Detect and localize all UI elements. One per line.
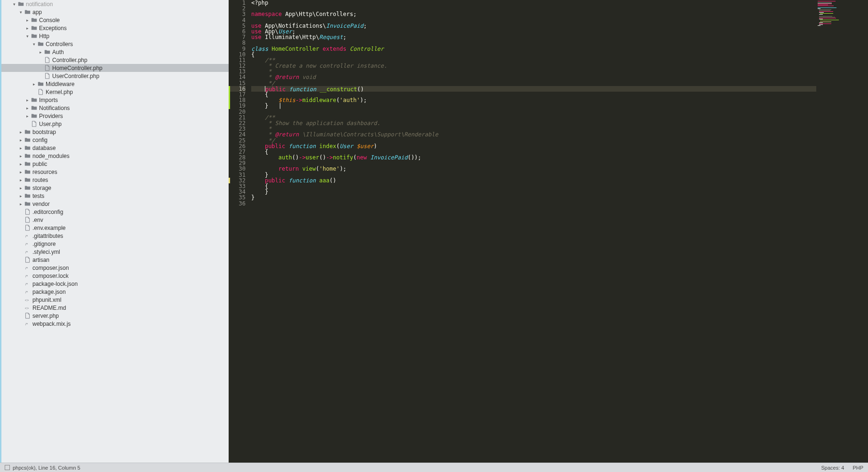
file-item-phpunit-xml[interactable]: <>phpunit.xml — [1, 296, 229, 304]
file-item--gitignore[interactable]: /*.gitignore — [1, 240, 229, 248]
folder-item-database[interactable]: ▸database — [1, 144, 229, 152]
file-item--env[interactable]: .env — [1, 216, 229, 224]
folder-item-exceptions[interactable]: ▸Exceptions — [1, 24, 229, 32]
line-number[interactable]: 20 — [229, 109, 246, 115]
file-item-server-php[interactable]: server.php — [1, 312, 229, 320]
chevron-down-icon[interactable]: ▾ — [25, 34, 30, 39]
file-item-readme-md[interactable]: <>README.md — [1, 304, 229, 312]
code-line[interactable]: <?php — [251, 0, 816, 6]
chevron-right-icon[interactable]: ▸ — [18, 178, 23, 182]
file-item-webpack-mix-js[interactable]: /*webpack.mix.js — [1, 320, 229, 328]
line-number[interactable]: 9 — [229, 46, 246, 52]
folder-item-middleware[interactable]: ▸Middleware — [1, 80, 229, 88]
file-item--gitattributes[interactable]: /*.gitattributes — [1, 232, 229, 240]
line-number[interactable]: 31 — [229, 172, 246, 178]
code-line[interactable]: } — [251, 195, 816, 200]
code-line[interactable]: * — [251, 69, 816, 74]
code-line[interactable]: { — [251, 52, 816, 57]
code-line[interactable]: */ — [251, 80, 816, 86]
chevron-right-icon[interactable]: ▸ — [32, 82, 36, 87]
chevron-down-icon[interactable]: ▾ — [12, 2, 16, 7]
code-line[interactable] — [251, 109, 816, 115]
chevron-right-icon[interactable]: ▸ — [25, 98, 30, 102]
code-line[interactable]: return view('home'); — [251, 166, 816, 172]
folder-item-tests[interactable]: ▸tests — [1, 192, 229, 200]
file-item-composer-lock[interactable]: /*composer.lock — [1, 272, 229, 280]
chevron-right-icon[interactable]: ▸ — [25, 18, 30, 23]
status-left[interactable]: phpcs(ok), Line 16, Column 5 — [5, 465, 80, 471]
file-tree-sidebar[interactable]: ▾notification▾app▸Console▸Exceptions▾Htt… — [0, 0, 229, 463]
chevron-right-icon[interactable]: ▸ — [25, 26, 30, 31]
line-number[interactable]: 15 — [229, 80, 246, 86]
folder-item-node-modules[interactable]: ▸node_modules — [1, 152, 229, 160]
code-line[interactable]: * Create a new controller instance. — [251, 63, 816, 69]
line-number[interactable]: 3 — [229, 11, 246, 17]
code-line[interactable]: use Illuminate\Http\Request; — [251, 34, 816, 40]
folder-item-http[interactable]: ▾Http — [1, 32, 229, 40]
line-number[interactable]: 14 — [229, 74, 246, 80]
chevron-right-icon[interactable]: ▸ — [25, 106, 30, 110]
chevron-right-icon[interactable]: ▸ — [18, 138, 23, 142]
code-line[interactable]: { — [251, 183, 816, 189]
folder-item-vendor[interactable]: ▸vendor — [1, 200, 229, 208]
folder-item-auth[interactable]: ▸Auth — [1, 48, 229, 56]
chevron-down-icon[interactable]: ▾ — [18, 10, 23, 15]
folder-item-config[interactable]: ▸config — [1, 136, 229, 144]
folder-item-providers[interactable]: ▸Providers — [1, 112, 229, 120]
code-line[interactable]: $this->middleware('auth'); — [251, 97, 816, 103]
file-item-user-php[interactable]: User.php — [1, 120, 229, 128]
line-number[interactable]: 30 — [229, 166, 246, 172]
file-item-package-lock-json[interactable]: /*package-lock.json — [1, 280, 229, 288]
folder-item-notification[interactable]: ▾notification — [1, 0, 229, 8]
checkbox-icon[interactable] — [5, 465, 10, 470]
folder-item-imports[interactable]: ▸Imports — [1, 96, 229, 104]
line-number[interactable]: 36 — [229, 201, 246, 206]
file-item--env-example[interactable]: .env.example — [1, 224, 229, 232]
folder-item-controllers[interactable]: ▾Controllers — [1, 40, 229, 48]
chevron-right-icon[interactable]: ▸ — [18, 154, 23, 158]
file-item-artisan[interactable]: artisan — [1, 256, 229, 264]
fold-region-indicator[interactable] — [229, 86, 230, 109]
code-area[interactable]: <?phpnamespace App\Http\Controllers;use … — [249, 0, 816, 463]
file-item-homecontroller-php[interactable]: HomeController.php — [1, 64, 229, 72]
file-item-controller-php[interactable]: Controller.php — [1, 56, 229, 64]
editor[interactable]: 1234567891011121314151617181920212223242… — [229, 0, 868, 463]
chevron-right-icon[interactable]: ▸ — [18, 186, 23, 190]
minimap[interactable] — [816, 0, 868, 463]
code-line[interactable]: auth()->user()->notify(new InvoicePaid()… — [251, 155, 816, 160]
code-line[interactable]: use App\Notifications\InvoicePaid; — [251, 23, 816, 29]
chevron-right-icon[interactable]: ▸ — [18, 162, 23, 166]
line-number[interactable]: 19 — [229, 103, 246, 109]
folder-item-storage[interactable]: ▸storage — [1, 184, 229, 192]
code-line[interactable]: * Show the application dashboard. — [251, 120, 816, 126]
chevron-right-icon[interactable]: ▸ — [25, 114, 30, 118]
folder-item-bootstrap[interactable]: ▸bootstrap — [1, 128, 229, 136]
folder-item-notifications[interactable]: ▸Notifications — [1, 104, 229, 112]
code-line[interactable]: * @return \Illuminate\Contracts\Support\… — [251, 132, 816, 137]
line-number[interactable]: 8 — [229, 40, 246, 46]
file-item--editorconfig[interactable]: .editorconfig — [1, 208, 229, 216]
code-line[interactable]: } — [251, 189, 816, 195]
code-line[interactable]: public function index(User $user) — [251, 143, 816, 149]
folder-item-console[interactable]: ▸Console — [1, 16, 229, 24]
code-line[interactable]: public function __construct() — [251, 86, 816, 92]
code-line[interactable]: * @return void — [251, 74, 816, 80]
chevron-right-icon[interactable]: ▸ — [18, 194, 23, 198]
folder-item-resources[interactable]: ▸resources — [1, 168, 229, 176]
line-number[interactable]: 4 — [229, 17, 246, 23]
file-item--styleci-yml[interactable]: /*.styleci.yml — [1, 248, 229, 256]
code-line[interactable]: } | — [251, 103, 816, 109]
code-line[interactable]: public function aaa() — [251, 178, 816, 183]
chevron-right-icon[interactable]: ▸ — [38, 50, 43, 55]
chevron-down-icon[interactable]: ▾ — [32, 42, 36, 47]
chevron-right-icon[interactable]: ▸ — [18, 146, 23, 150]
chevron-right-icon[interactable]: ▸ — [18, 170, 23, 174]
folder-item-app[interactable]: ▾app — [1, 8, 229, 16]
code-line[interactable]: namespace App\Http\Controllers; — [251, 11, 816, 17]
chevron-right-icon[interactable]: ▸ — [18, 202, 23, 206]
folder-item-public[interactable]: ▸public — [1, 160, 229, 168]
status-indent[interactable]: Spaces: 4 — [821, 465, 844, 471]
code-line[interactable] — [251, 201, 816, 206]
chevron-right-icon[interactable]: ▸ — [18, 130, 23, 134]
line-number[interactable]: 25 — [229, 138, 246, 143]
